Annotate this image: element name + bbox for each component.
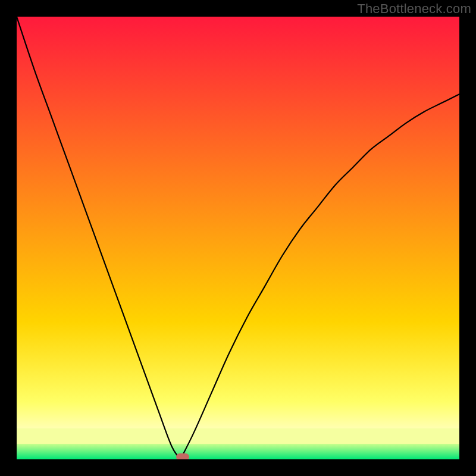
svg-rect-0 [17, 402, 459, 428]
plot-area [17, 17, 459, 459]
chart-svg [17, 17, 459, 459]
gradient-bands [17, 402, 459, 459]
svg-rect-2 [17, 444, 459, 459]
chart-frame: TheBottleneck.com [0, 0, 476, 476]
watermark-text: TheBottleneck.com [357, 1, 471, 17]
gradient-background [17, 17, 459, 459]
svg-rect-1 [17, 428, 459, 444]
optimal-point-marker [176, 453, 189, 459]
